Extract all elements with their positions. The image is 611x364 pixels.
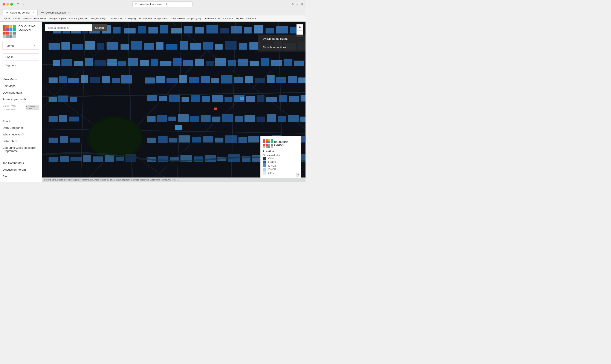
svg-rect-141 — [300, 117, 305, 122]
svg-rect-76 — [250, 61, 259, 66]
svg-rect-49 — [203, 42, 213, 50]
nav-data-ethics[interactable]: Data Ethics — [0, 138, 42, 144]
bookmark-video[interactable]: video.pptx — [110, 17, 123, 20]
svg-rect-138 — [267, 114, 276, 122]
legend-collapse-button[interactable]: ▼ — [296, 173, 300, 177]
nav-data-categories[interactable]: Data Categories — [0, 125, 42, 131]
chevron-down-icon[interactable]: ⌄ — [22, 2, 25, 6]
bookmark-turing[interactable]: Turing Complete — [48, 17, 68, 20]
svg-rect-120 — [266, 97, 277, 102]
bookmark-wix[interactable]: Wix Website ...uring London — [137, 17, 170, 20]
tab-colouring-london-1[interactable]: 🗺 Colouring London ✕ — [3, 10, 38, 15]
svg-rect-125 — [59, 115, 67, 122]
svg-rect-134 — [222, 114, 233, 122]
svg-rect-133 — [212, 117, 220, 122]
sidebar-logo[interactable]: COLOURING LONDON — [0, 22, 42, 40]
svg-rect-96 — [201, 76, 210, 83]
maximize-button[interactable] — [10, 3, 13, 6]
share-icon[interactable]: ⎙ — [292, 2, 293, 6]
legend-color-swatch — [263, 160, 266, 164]
menu-button[interactable]: Menu × — [3, 42, 39, 50]
new-tab-icon[interactable]: ＋ — [296, 2, 299, 6]
zoom-in-button[interactable]: + — [297, 24, 303, 31]
nav-view-data-showcase[interactable]: View Data Showcase COMING SOON — [0, 103, 42, 112]
svg-rect-135 — [235, 116, 243, 122]
bookmark-apple[interactable]: Apple — [3, 17, 11, 20]
bookmark-takescreens[interactable]: Take screens...Support (UK) — [170, 17, 202, 20]
search-input[interactable] — [45, 24, 92, 31]
logo-cell — [3, 28, 6, 31]
svg-rect-109 — [147, 95, 157, 101]
svg-rect-114 — [202, 96, 210, 102]
tab-colouring-london-2[interactable]: 🗺 Colouring London ✕ — [38, 10, 73, 15]
map-area[interactable]: Building attribute data is © Colouring L… — [42, 22, 305, 182]
legend-item: 40–60% — [263, 164, 299, 167]
logo-cell — [6, 28, 9, 31]
legend-color-swatch — [263, 157, 266, 160]
reload-button[interactable]: ↻ — [166, 2, 169, 6]
close-button[interactable] — [3, 3, 5, 6]
svg-rect-41 — [107, 42, 118, 50]
bookmark-microsoft[interactable]: Microsoft Office Home — [21, 17, 47, 20]
logo-cell — [3, 25, 6, 28]
signup-button[interactable]: Sign up — [3, 62, 39, 69]
switch-theme-button[interactable]: Switch theme (Night) — [258, 35, 305, 43]
search-button[interactable]: Search — [92, 24, 107, 31]
nav-download-data[interactable]: Download data — [0, 89, 42, 96]
legend-item: <20% — [263, 171, 299, 174]
bookmark-clstaging[interactable]: CLstaging — [124, 17, 137, 20]
svg-rect-86 — [81, 75, 88, 83]
bookmark-icloud[interactable]: iCloud — [12, 17, 21, 20]
svg-rect-118 — [246, 96, 255, 102]
svg-rect-33 — [266, 28, 274, 33]
svg-point-82 — [89, 118, 141, 157]
svg-rect-40 — [97, 43, 104, 50]
legend-item-label: ≥80% — [268, 157, 273, 160]
nav-access-open-code[interactable]: Access open code — [0, 96, 42, 103]
tertiary-nav: Top Contributors Discussion Forum Blog — [0, 159, 42, 181]
primary-nav: View Maps Edit Maps Download data Access… — [0, 75, 42, 113]
svg-rect-183 — [240, 97, 244, 100]
logo-london-text: LONDON — [18, 28, 35, 32]
svg-rect-79 — [284, 59, 292, 66]
tabs-overview-icon[interactable]: ⧉ — [301, 2, 303, 6]
login-button[interactable]: Log in — [3, 53, 39, 61]
back-button[interactable]: ‹ — [27, 2, 29, 6]
forward-button[interactable]: › — [30, 2, 33, 6]
auth-section: Log in Sign up — [0, 52, 42, 71]
svg-rect-112 — [182, 97, 189, 102]
svg-rect-145 — [147, 138, 156, 143]
svg-rect-47 — [180, 41, 188, 50]
svg-rect-161 — [70, 157, 82, 161]
nav-blog[interactable]: Blog — [0, 173, 42, 180]
legend-london-text: LONDON — [274, 143, 288, 146]
sidebar-toggle-icon[interactable]: ⊡ — [16, 2, 20, 6]
tab-close-1[interactable]: ✕ — [33, 12, 34, 14]
bookmark-quicktime[interactable]: quicktime pl...le Community — [203, 17, 234, 20]
minimize-button[interactable] — [6, 3, 9, 6]
nav-edit-maps[interactable]: Edit Maps — [0, 83, 42, 89]
nav-colouring-cities[interactable]: Colouring Cities Research Programme — [0, 144, 42, 154]
svg-rect-50 — [215, 44, 223, 50]
nav-discussion-forum[interactable]: Discussion Forum — [0, 166, 42, 173]
bookmark-loughborough[interactable]: Loughborough... — [90, 17, 109, 20]
svg-rect-130 — [178, 114, 189, 122]
nav-top-contributors[interactable]: Top Contributors — [0, 160, 42, 166]
logo-cell — [13, 25, 16, 28]
nav-whos-involved[interactable]: Who's Involved? — [0, 131, 42, 138]
nav-about[interactable]: About — [0, 118, 42, 125]
tab-close-2[interactable]: ✕ — [68, 12, 70, 14]
svg-rect-43 — [131, 41, 142, 50]
tab-favicon-2: 🗺 — [41, 11, 44, 14]
bookmark-myfiles[interactable]: My files – OneDrive — [235, 17, 258, 20]
address-bar[interactable]: 🛡 colouringlondon.org ↻ — [132, 1, 192, 7]
svg-rect-122 — [289, 96, 299, 102]
legend-item: 20–40% — [263, 168, 299, 171]
legend-logo-cell — [263, 141, 265, 143]
show-layer-options-button[interactable]: Show layer options — [258, 43, 305, 52]
nav-view-maps[interactable]: View Maps — [0, 76, 42, 83]
svg-rect-46 — [166, 44, 177, 50]
bookmark-colouring-london[interactable]: Colouring London — [68, 17, 89, 20]
legend-logo-cell — [266, 141, 268, 143]
svg-rect-26 — [184, 26, 192, 33]
